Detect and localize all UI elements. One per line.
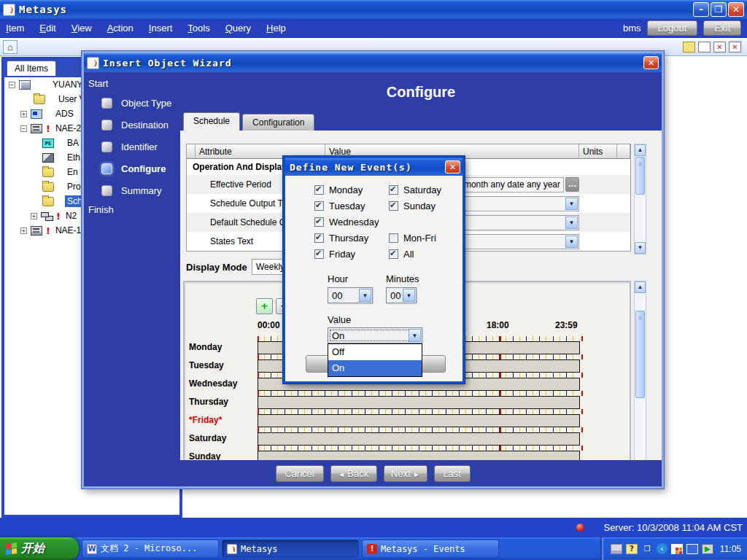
keyboard-icon[interactable] — [611, 544, 622, 554]
next-button[interactable]: Next ► — [384, 465, 427, 482]
folder-icon — [34, 95, 45, 104]
menu-item[interactable]: Help — [266, 23, 286, 34]
thursday-checkbox[interactable] — [314, 233, 324, 243]
menu-item[interactable]: Action — [107, 23, 133, 34]
dropdown-arrow-icon[interactable]: ▼ — [565, 217, 578, 229]
tuesday-checkbox[interactable] — [314, 201, 324, 211]
office-tray-icon[interactable] — [671, 544, 683, 554]
wizard-close-button[interactable]: ✕ — [643, 56, 659, 69]
step-indicator-icon — [101, 120, 112, 131]
step-identifier[interactable]: Identifier — [84, 133, 180, 155]
scroll-down-icon[interactable]: ▼ — [635, 242, 646, 254]
step-summary[interactable]: Summary — [84, 176, 180, 198]
windows-taskbar: 开始 W 文档 2 - Microso... Metasys ! Metasys… — [0, 537, 747, 560]
expand-icon[interactable]: + — [20, 228, 27, 234]
mon-fri-checkbox[interactable] — [389, 233, 398, 243]
step-object-type[interactable]: Object Type — [84, 89, 180, 111]
close-button[interactable]: ✕ — [728, 2, 744, 17]
menu-bar: Item Edit View Action Insert Tools Query… — [0, 19, 747, 38]
collapse-tray-icon[interactable]: ‹ — [657, 543, 667, 554]
option-on[interactable]: On — [328, 360, 422, 376]
restore-button[interactable]: ❐ — [711, 2, 727, 17]
back-button[interactable]: ◄ Back — [330, 465, 377, 482]
server-icon — [31, 109, 42, 119]
pe-icon: PE — [42, 139, 54, 148]
step-destination[interactable]: Destination — [84, 111, 180, 133]
lock-pane-icon[interactable] — [683, 42, 695, 52]
wednesday-checkbox[interactable] — [314, 217, 324, 227]
schedule-bar[interactable] — [258, 432, 580, 446]
alarm-indicator-icon — [576, 524, 584, 532]
step-indicator-icon-current — [101, 163, 112, 174]
scroll-up-icon[interactable]: ▲ — [635, 281, 646, 293]
option-off[interactable]: Off — [328, 344, 422, 360]
dropdown-arrow-icon[interactable]: ▼ — [409, 329, 421, 342]
time-label: 23:59 — [555, 320, 578, 330]
schedule-bar[interactable] — [258, 414, 580, 427]
wizard-titlebar: Insert Object Wizard ✕ — [84, 53, 662, 72]
all-checkbox[interactable] — [389, 249, 398, 259]
minutes-select[interactable]: 00 ▼ — [386, 287, 417, 303]
logout-button[interactable]: Logout — [647, 20, 698, 36]
alarm-icon: ! — [46, 225, 50, 236]
scroll-up-icon[interactable]: ▲ — [635, 144, 646, 156]
add-event-button[interactable]: + — [256, 298, 273, 314]
tab-configuration[interactable]: Configuration — [242, 114, 314, 131]
step-configure[interactable]: Configure — [84, 155, 180, 176]
sunday-checkbox[interactable] — [389, 201, 398, 211]
restore-tray-icon[interactable]: ❐ — [641, 544, 653, 554]
hour-select[interactable]: 00 ▼ — [328, 287, 373, 303]
define-new-events-dialog: Define New Event(s) ✕ Monday Saturday Tu… — [283, 156, 465, 384]
scroll-thumb[interactable] — [635, 311, 645, 398]
menu-item[interactable]: Edit — [39, 23, 55, 34]
taskbar-task-metasys-events[interactable]: ! Metasys - Events — [362, 540, 499, 558]
day-row-saturday: Saturday — [258, 427, 580, 446]
network-tray-icon[interactable] — [686, 544, 698, 554]
friday-checkbox[interactable] — [314, 249, 324, 259]
window-title: Metasys — [19, 4, 67, 15]
window-titlebar: Metasys – ❐ ✕ — [0, 0, 747, 19]
help-icon[interactable]: ? — [626, 544, 638, 554]
start-button[interactable]: 开始 — [0, 537, 79, 560]
menu-item[interactable]: Item — [6, 23, 24, 34]
maximize-pane-icon[interactable] — [698, 42, 711, 52]
dropdown-arrow-icon[interactable]: ▼ — [565, 236, 578, 248]
database-tray-icon[interactable]: ▶ — [702, 544, 713, 554]
tab-all-items[interactable]: All Items — [7, 61, 56, 76]
menu-item[interactable]: Insert — [149, 23, 173, 34]
folder-icon — [42, 182, 54, 192]
last-button[interactable]: Last — [434, 465, 471, 482]
scroll-thumb[interactable] — [635, 157, 645, 195]
close-pane-icon[interactable]: ✕ — [713, 42, 726, 52]
minimize-button[interactable]: – — [693, 2, 709, 17]
taskbar-task-word[interactable]: W 文档 2 - Microso... — [82, 540, 219, 558]
taskbar-task-metasys[interactable]: Metasys — [222, 540, 359, 558]
value-select[interactable]: On ▼ — [328, 327, 422, 343]
exit-button[interactable]: Exit — [703, 20, 741, 36]
grid-scrollbar[interactable]: ▲ ▼ — [634, 281, 646, 473]
dropdown-arrow-icon[interactable]: ▼ — [403, 289, 415, 302]
home-button[interactable]: ⌂ — [3, 40, 18, 54]
expand-icon[interactable]: + — [20, 111, 27, 117]
dropdown-arrow-icon[interactable]: ▼ — [359, 289, 371, 302]
folder-icon — [42, 168, 54, 177]
saturday-checkbox[interactable] — [389, 185, 398, 195]
dialog-close-button[interactable]: ✕ — [445, 160, 460, 174]
dropdown-arrow-icon[interactable]: ▼ — [565, 198, 578, 210]
schedule-bar[interactable] — [258, 396, 580, 409]
monday-checkbox[interactable] — [314, 185, 324, 195]
menu-item[interactable]: Query — [225, 23, 251, 34]
collapse-icon[interactable]: − — [9, 82, 15, 88]
table-scrollbar[interactable]: ▲ ▼ — [634, 144, 646, 254]
tab-schedule[interactable]: Schedule — [183, 112, 240, 131]
close-all-panes-icon[interactable]: ✕ — [729, 42, 741, 52]
menu-item[interactable]: Tools — [187, 23, 209, 34]
collapse-icon[interactable]: − — [20, 125, 27, 132]
hour-label: Hour — [328, 273, 348, 284]
menu-item[interactable]: View — [71, 23, 92, 34]
expand-icon[interactable]: + — [31, 213, 37, 219]
col-units: Units — [579, 144, 617, 159]
cancel-button[interactable]: Cancel — [276, 465, 324, 482]
browse-button[interactable]: ... — [565, 177, 579, 192]
next-arrow-icon: ► — [413, 471, 419, 478]
